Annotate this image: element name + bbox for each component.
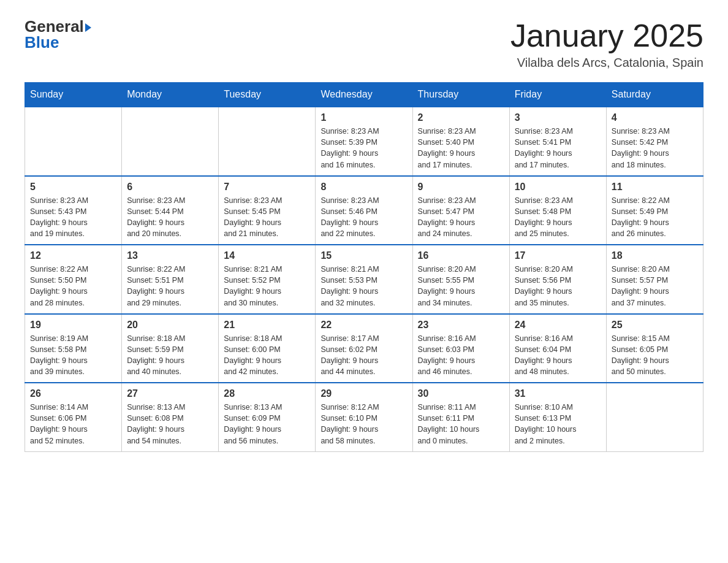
day-number: 9	[418, 182, 504, 193]
calendar-header-wednesday: Wednesday	[316, 83, 412, 107]
day-info: Sunrise: 8:23 AM Sunset: 5:39 PM Dayligh…	[320, 126, 407, 170]
day-info: Sunrise: 8:13 AM Sunset: 6:08 PM Dayligh…	[127, 402, 213, 446]
calendar-day-10: 10Sunrise: 8:23 AM Sunset: 5:48 PM Dayli…	[509, 176, 606, 245]
calendar-day-7: 7Sunrise: 8:23 AM Sunset: 5:45 PM Daylig…	[219, 176, 316, 245]
day-info: Sunrise: 8:23 AM Sunset: 5:48 PM Dayligh…	[515, 195, 601, 240]
calendar-day-6: 6Sunrise: 8:23 AM Sunset: 5:44 PM Daylig…	[122, 176, 219, 245]
title-block: January 2025 Vilalba dels Arcs, Cataloni…	[510, 18, 703, 70]
calendar-day-8: 8Sunrise: 8:23 AM Sunset: 5:46 PM Daylig…	[316, 176, 412, 245]
day-info: Sunrise: 8:18 AM Sunset: 6:00 PM Dayligh…	[224, 333, 310, 378]
calendar-week-row: 1Sunrise: 8:23 AM Sunset: 5:39 PM Daylig…	[25, 107, 703, 176]
calendar-day-17: 17Sunrise: 8:20 AM Sunset: 5:56 PM Dayli…	[509, 245, 606, 314]
subtitle: Vilalba dels Arcs, Catalonia, Spain	[510, 56, 703, 70]
calendar-day-30: 30Sunrise: 8:11 AM Sunset: 6:11 PM Dayli…	[412, 383, 509, 451]
calendar-empty-cell	[606, 383, 703, 451]
calendar-day-29: 29Sunrise: 8:12 AM Sunset: 6:10 PM Dayli…	[316, 383, 412, 451]
calendar-day-27: 27Sunrise: 8:13 AM Sunset: 6:08 PM Dayli…	[122, 383, 219, 451]
day-number: 2	[418, 112, 504, 123]
calendar-day-19: 19Sunrise: 8:19 AM Sunset: 5:58 PM Dayli…	[25, 314, 122, 383]
calendar-day-9: 9Sunrise: 8:23 AM Sunset: 5:47 PM Daylig…	[412, 176, 509, 245]
day-number: 16	[418, 250, 504, 261]
calendar-day-3: 3Sunrise: 8:23 AM Sunset: 5:41 PM Daylig…	[509, 107, 606, 176]
calendar-day-5: 5Sunrise: 8:23 AM Sunset: 5:43 PM Daylig…	[25, 176, 122, 245]
calendar-day-1: 1Sunrise: 8:23 AM Sunset: 5:39 PM Daylig…	[316, 107, 412, 176]
calendar-header-row: SundayMondayTuesdayWednesdayThursdayFrid…	[25, 83, 703, 107]
day-number: 19	[30, 320, 116, 331]
calendar-header-monday: Monday	[122, 83, 219, 107]
day-info: Sunrise: 8:16 AM Sunset: 6:04 PM Dayligh…	[515, 333, 601, 378]
day-number: 10	[515, 182, 601, 193]
day-info: Sunrise: 8:23 AM Sunset: 5:43 PM Dayligh…	[30, 195, 116, 240]
day-info: Sunrise: 8:14 AM Sunset: 6:06 PM Dayligh…	[30, 402, 116, 446]
calendar-day-16: 16Sunrise: 8:20 AM Sunset: 5:55 PM Dayli…	[412, 245, 509, 314]
day-info: Sunrise: 8:22 AM Sunset: 5:49 PM Dayligh…	[612, 195, 698, 240]
calendar-table: SundayMondayTuesdayWednesdayThursdayFrid…	[25, 82, 703, 452]
logo-text: General	[25, 18, 91, 34]
calendar-header-sunday: Sunday	[25, 83, 122, 107]
day-number: 3	[515, 112, 601, 123]
day-info: Sunrise: 8:10 AM Sunset: 6:13 PM Dayligh…	[515, 402, 601, 446]
day-number: 11	[612, 182, 698, 193]
calendar-week-row: 26Sunrise: 8:14 AM Sunset: 6:06 PM Dayli…	[25, 383, 703, 451]
day-info: Sunrise: 8:23 AM Sunset: 5:44 PM Dayligh…	[127, 195, 213, 240]
day-info: Sunrise: 8:23 AM Sunset: 5:45 PM Dayligh…	[224, 195, 310, 240]
calendar-day-4: 4Sunrise: 8:23 AM Sunset: 5:42 PM Daylig…	[606, 107, 703, 176]
day-number: 15	[320, 250, 407, 261]
calendar-empty-cell	[25, 107, 122, 176]
day-number: 20	[127, 320, 213, 331]
calendar-week-row: 19Sunrise: 8:19 AM Sunset: 5:58 PM Dayli…	[25, 314, 703, 383]
calendar-week-row: 5Sunrise: 8:23 AM Sunset: 5:43 PM Daylig…	[25, 176, 703, 245]
calendar-day-31: 31Sunrise: 8:10 AM Sunset: 6:13 PM Dayli…	[509, 383, 606, 451]
logo-blue-text: Blue	[25, 33, 59, 52]
logo-arrow-icon	[85, 23, 91, 32]
day-info: Sunrise: 8:18 AM Sunset: 5:59 PM Dayligh…	[127, 333, 213, 378]
calendar-week-row: 12Sunrise: 8:22 AM Sunset: 5:50 PM Dayli…	[25, 245, 703, 314]
day-info: Sunrise: 8:23 AM Sunset: 5:42 PM Dayligh…	[612, 126, 698, 170]
page-header: General Blue January 2025 Vilalba dels A…	[25, 18, 703, 70]
day-info: Sunrise: 8:21 AM Sunset: 5:53 PM Dayligh…	[320, 264, 407, 308]
logo: General Blue	[25, 18, 91, 50]
day-info: Sunrise: 8:12 AM Sunset: 6:10 PM Dayligh…	[320, 402, 407, 446]
day-number: 12	[30, 250, 116, 261]
day-info: Sunrise: 8:20 AM Sunset: 5:56 PM Dayligh…	[515, 264, 601, 308]
calendar-day-25: 25Sunrise: 8:15 AM Sunset: 6:05 PM Dayli…	[606, 314, 703, 383]
calendar-day-14: 14Sunrise: 8:21 AM Sunset: 5:52 PM Dayli…	[219, 245, 316, 314]
calendar-day-26: 26Sunrise: 8:14 AM Sunset: 6:06 PM Dayli…	[25, 383, 122, 451]
day-number: 31	[515, 388, 601, 399]
day-info: Sunrise: 8:17 AM Sunset: 6:02 PM Dayligh…	[320, 333, 407, 378]
main-title: January 2025	[510, 18, 703, 53]
day-info: Sunrise: 8:22 AM Sunset: 5:51 PM Dayligh…	[127, 264, 213, 308]
day-info: Sunrise: 8:23 AM Sunset: 5:41 PM Dayligh…	[515, 126, 601, 170]
day-number: 23	[418, 320, 504, 331]
day-number: 6	[127, 182, 213, 193]
day-number: 5	[30, 182, 116, 193]
day-number: 1	[320, 112, 407, 123]
day-number: 18	[612, 250, 698, 261]
day-info: Sunrise: 8:15 AM Sunset: 6:05 PM Dayligh…	[612, 333, 698, 378]
day-number: 27	[127, 388, 213, 399]
calendar-day-12: 12Sunrise: 8:22 AM Sunset: 5:50 PM Dayli…	[25, 245, 122, 314]
day-info: Sunrise: 8:22 AM Sunset: 5:50 PM Dayligh…	[30, 264, 116, 308]
day-info: Sunrise: 8:20 AM Sunset: 5:57 PM Dayligh…	[612, 264, 698, 308]
calendar-day-2: 2Sunrise: 8:23 AM Sunset: 5:40 PM Daylig…	[412, 107, 509, 176]
calendar-header-saturday: Saturday	[606, 83, 703, 107]
day-info: Sunrise: 8:20 AM Sunset: 5:55 PM Dayligh…	[418, 264, 504, 308]
calendar-day-21: 21Sunrise: 8:18 AM Sunset: 6:00 PM Dayli…	[219, 314, 316, 383]
day-info: Sunrise: 8:23 AM Sunset: 5:40 PM Dayligh…	[418, 126, 504, 170]
calendar-empty-cell	[219, 107, 316, 176]
day-info: Sunrise: 8:19 AM Sunset: 5:58 PM Dayligh…	[30, 333, 116, 378]
calendar-empty-cell	[122, 107, 219, 176]
calendar-header-tuesday: Tuesday	[219, 83, 316, 107]
day-number: 24	[515, 320, 601, 331]
calendar-header-friday: Friday	[509, 83, 606, 107]
calendar-day-23: 23Sunrise: 8:16 AM Sunset: 6:03 PM Dayli…	[412, 314, 509, 383]
day-info: Sunrise: 8:23 AM Sunset: 5:46 PM Dayligh…	[320, 195, 407, 240]
calendar-day-18: 18Sunrise: 8:20 AM Sunset: 5:57 PM Dayli…	[606, 245, 703, 314]
day-number: 22	[320, 320, 407, 331]
day-number: 30	[418, 388, 504, 399]
calendar-day-28: 28Sunrise: 8:13 AM Sunset: 6:09 PM Dayli…	[219, 383, 316, 451]
day-number: 17	[515, 250, 601, 261]
day-info: Sunrise: 8:11 AM Sunset: 6:11 PM Dayligh…	[418, 402, 504, 446]
calendar-day-15: 15Sunrise: 8:21 AM Sunset: 5:53 PM Dayli…	[316, 245, 412, 314]
calendar-day-11: 11Sunrise: 8:22 AM Sunset: 5:49 PM Dayli…	[606, 176, 703, 245]
